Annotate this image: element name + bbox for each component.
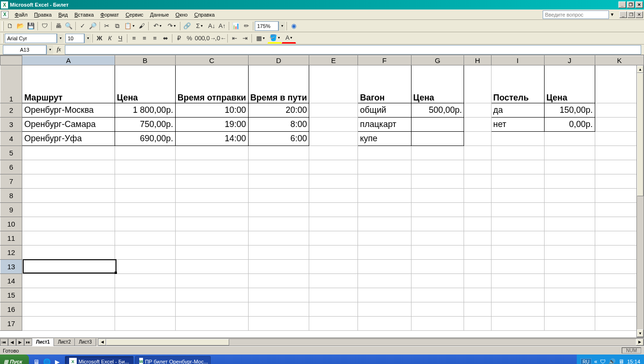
borders-icon[interactable]: ▦ — [253, 33, 268, 44]
select-all-corner[interactable] — [0, 56, 22, 65]
cell-G13[interactable] — [411, 260, 464, 274]
help-icon[interactable]: ◉ — [288, 21, 299, 31]
scroll-down-icon[interactable]: ▼ — [637, 329, 644, 337]
font-color-icon[interactable]: A — [282, 33, 296, 44]
menu-данные[interactable]: Данные — [147, 11, 172, 18]
currency-icon[interactable]: ₽ — [174, 33, 184, 44]
cell-J11[interactable] — [544, 231, 595, 246]
start-button[interactable]: ⊞Пуск — [0, 355, 29, 364]
print-preview-icon[interactable]: 🔍 — [63, 21, 74, 31]
toolbar-grip[interactable] — [2, 34, 4, 43]
cell-I7[interactable] — [491, 174, 544, 189]
cell-G5[interactable] — [411, 146, 464, 160]
spelling-icon[interactable]: ✓ — [77, 21, 88, 31]
cell-E10[interactable] — [309, 217, 358, 231]
row-header-2[interactable]: 2 — [0, 103, 22, 118]
col-header-E[interactable]: E — [309, 56, 358, 65]
permissions-icon[interactable]: 🛡 — [39, 21, 50, 31]
align-center-icon[interactable]: ≡ — [139, 33, 150, 44]
cell-A15[interactable] — [22, 288, 115, 302]
cell-C2[interactable]: 10:00 — [175, 103, 248, 118]
cell-I8[interactable] — [491, 189, 544, 203]
cell-C16[interactable] — [175, 302, 248, 317]
cell-C5[interactable] — [175, 146, 248, 160]
cell-G16[interactable] — [411, 302, 464, 317]
cell-G10[interactable] — [411, 217, 464, 231]
taskbar-task[interactable]: XMicrosoft Excel - Би... — [65, 356, 134, 364]
cell-F9[interactable] — [358, 203, 411, 217]
cell-I9[interactable] — [491, 203, 544, 217]
cell-E14[interactable] — [309, 274, 358, 288]
copy-icon[interactable]: ⧉ — [112, 21, 122, 31]
doc-close-button[interactable]: ✕ — [635, 11, 643, 18]
cell-G12[interactable] — [411, 246, 464, 260]
cell-J15[interactable] — [544, 288, 595, 302]
col-header-D[interactable]: D — [248, 56, 309, 65]
percent-icon[interactable]: % — [184, 33, 195, 44]
cell-J16[interactable] — [544, 302, 595, 317]
row-header-14[interactable]: 14 — [0, 274, 22, 288]
cell-H3[interactable] — [464, 118, 491, 132]
cell-B4[interactable]: 690,00р. — [115, 132, 175, 146]
cell-E6[interactable] — [309, 160, 358, 174]
cell-I2[interactable]: да — [491, 103, 544, 118]
hyperlink-icon[interactable]: 🔗 — [182, 21, 192, 31]
cell-G2[interactable]: 500,00р. — [411, 103, 464, 118]
vertical-scrollbar[interactable]: ▲ ▼ — [636, 65, 644, 337]
cell-I11[interactable] — [491, 231, 544, 246]
spreadsheet-grid[interactable]: ABCDEFGHIJK1МаршрутЦенаВремя отправкиВре… — [0, 55, 644, 331]
cell-B10[interactable] — [115, 217, 175, 231]
row-header-3[interactable]: 3 — [0, 118, 22, 132]
cell-A3[interactable]: Оренбург-Самара — [22, 118, 115, 132]
cell-G15[interactable] — [411, 288, 464, 302]
cell-J2[interactable]: 150,00р. — [544, 103, 595, 118]
menu-вставка[interactable]: Вставка — [71, 11, 97, 18]
menu-сервис[interactable]: Сервис — [122, 11, 147, 18]
sheet-next-icon[interactable]: ▶ — [16, 338, 24, 346]
cell-J7[interactable] — [544, 174, 595, 189]
minimize-button[interactable]: _ — [618, 1, 626, 8]
menu-файл[interactable]: Файл — [11, 11, 31, 18]
cell-I16[interactable] — [491, 302, 544, 317]
cell-E11[interactable] — [309, 231, 358, 246]
cell-G1[interactable]: Цена — [411, 65, 464, 103]
cell-E12[interactable] — [309, 246, 358, 260]
col-header-B[interactable]: B — [115, 56, 175, 65]
cell-F5[interactable] — [358, 146, 411, 160]
cell-J3[interactable]: 0,00р. — [544, 118, 595, 132]
restore-button[interactable]: ❐ — [627, 1, 635, 8]
cell-C8[interactable] — [175, 189, 248, 203]
cell-A17[interactable] — [22, 317, 115, 331]
cell-E8[interactable] — [309, 189, 358, 203]
sort-asc-icon[interactable]: A↓ — [206, 21, 217, 31]
sheet-tab-Лист2[interactable]: Лист2 — [54, 338, 75, 346]
cell-G7[interactable] — [411, 174, 464, 189]
tray-chevron-icon[interactable]: « — [594, 358, 598, 364]
cell-H5[interactable] — [464, 146, 491, 160]
cell-G6[interactable] — [411, 160, 464, 174]
menu-формат[interactable]: Формат — [97, 11, 122, 18]
fill-color-icon[interactable]: 🪣 — [268, 33, 282, 44]
cell-F10[interactable] — [358, 217, 411, 231]
col-header-G[interactable]: G — [411, 56, 464, 65]
cell-F8[interactable] — [358, 189, 411, 203]
cell-D1[interactable]: Время в пути — [248, 65, 309, 103]
cell-J1[interactable]: Цена — [544, 65, 595, 103]
cell-G14[interactable] — [411, 274, 464, 288]
cell-F15[interactable] — [358, 288, 411, 302]
menu-справка[interactable]: Справка — [191, 11, 218, 18]
cell-H9[interactable] — [464, 203, 491, 217]
row-header-9[interactable]: 9 — [0, 203, 22, 217]
sort-desc-icon[interactable]: A↑ — [217, 21, 227, 31]
cell-H1[interactable] — [464, 65, 491, 103]
cell-E17[interactable] — [309, 317, 358, 331]
col-header-F[interactable]: F — [358, 56, 411, 65]
formula-input[interactable] — [65, 45, 641, 55]
cell-B11[interactable] — [115, 231, 175, 246]
col-header-C[interactable]: C — [175, 56, 248, 65]
row-header-13[interactable]: 13 — [0, 260, 22, 274]
col-header-J[interactable]: J — [544, 56, 595, 65]
cell-C6[interactable] — [175, 160, 248, 174]
cell-E16[interactable] — [309, 302, 358, 317]
cell-C17[interactable] — [175, 317, 248, 331]
